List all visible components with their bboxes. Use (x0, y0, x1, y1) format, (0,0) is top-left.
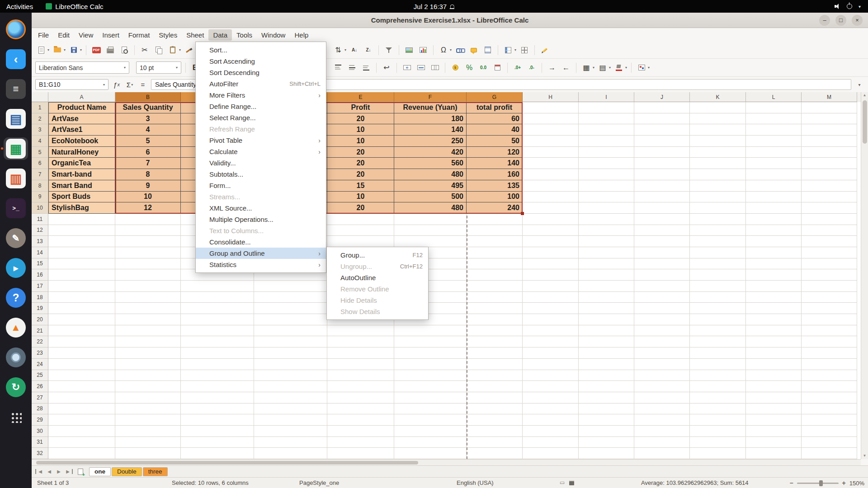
cell-B11[interactable] (115, 214, 181, 225)
menu-view[interactable]: View (74, 29, 98, 41)
cell-B19[interactable] (115, 303, 181, 314)
cell-H24[interactable] (523, 359, 579, 370)
cell-D25[interactable] (254, 370, 327, 381)
cell-G5[interactable]: 120 (467, 147, 523, 158)
cell-L11[interactable] (746, 214, 802, 225)
print-button[interactable] (104, 44, 116, 56)
cell-K12[interactable] (690, 225, 746, 236)
cell-B28[interactable] (115, 404, 181, 415)
cell-L5[interactable] (746, 147, 802, 158)
menu-item-calculate[interactable]: Calculate› (196, 146, 326, 157)
cell-F8[interactable]: 495 (394, 180, 467, 192)
cell-I15[interactable] (579, 258, 634, 270)
column-header-K[interactable]: K (690, 92, 746, 102)
cell-H15[interactable] (523, 258, 579, 270)
cell-K32[interactable] (690, 448, 746, 459)
row-header-24[interactable]: 24 (32, 359, 48, 370)
cell-E1[interactable]: Profit (327, 102, 394, 113)
format-percent-button[interactable]: % (463, 62, 475, 74)
cell-I21[interactable] (579, 325, 634, 337)
align-top-button[interactable] (332, 62, 344, 74)
cell-F28[interactable] (394, 404, 467, 415)
cell-A3[interactable]: ArtVase1 (48, 124, 115, 136)
zoom-slider[interactable] (797, 483, 839, 484)
cell-I10[interactable] (579, 202, 634, 214)
cell-C22[interactable] (181, 336, 254, 347)
dock-libreoffice-calc[interactable]: ▦ (4, 137, 28, 160)
cell-A10[interactable]: StylishBag (48, 202, 115, 214)
row-header-12[interactable]: 12 (32, 225, 48, 236)
cell-I16[interactable] (579, 269, 634, 281)
decrease-indent-button[interactable]: ← (560, 62, 572, 74)
menu-item-define-range[interactable]: Define Range... (196, 101, 326, 112)
cell-K15[interactable] (690, 258, 746, 270)
menu-item-sort[interactable]: Sort... (196, 44, 326, 56)
cell-M22[interactable] (802, 336, 857, 347)
border-style-button[interactable]: ▤▾ (597, 62, 611, 74)
cell-E29[interactable] (327, 414, 394, 426)
cell-A26[interactable] (48, 381, 115, 392)
cell-B17[interactable] (115, 281, 181, 292)
cell-B24[interactable] (115, 359, 181, 370)
zoom-slider-thumb[interactable] (819, 480, 823, 486)
cell-J1[interactable] (634, 102, 690, 113)
cell-B7[interactable]: 8 (115, 169, 181, 180)
cell-M4[interactable] (802, 136, 857, 147)
cell-D29[interactable] (254, 414, 327, 426)
cell-I24[interactable] (579, 359, 634, 370)
cell-L20[interactable] (746, 314, 802, 325)
cell-M3[interactable] (802, 124, 857, 136)
cell-L32[interactable] (746, 448, 802, 459)
menu-sheet[interactable]: Sheet (182, 29, 208, 41)
cell-G13[interactable] (467, 236, 523, 247)
cell-F31[interactable] (394, 437, 467, 448)
row-header-2[interactable]: 2 (32, 113, 48, 125)
cell-J19[interactable] (634, 303, 690, 314)
cell-H2[interactable] (523, 113, 579, 125)
cell-H17[interactable] (523, 281, 579, 292)
export-pdf-button[interactable]: PDF (90, 44, 102, 56)
cell-D20[interactable] (254, 314, 327, 325)
cell-B5[interactable]: 6 (115, 147, 181, 158)
cell-K11[interactable] (690, 214, 746, 225)
scroll-up-icon[interactable]: ▲ (861, 92, 868, 99)
freeze-rows-columns-button[interactable]: ▾ (502, 44, 516, 56)
cell-B14[interactable] (115, 247, 181, 258)
cell-E3[interactable]: 10 (327, 124, 394, 136)
dock-terminal[interactable]: >_ (4, 197, 28, 220)
cell-K18[interactable] (690, 292, 746, 303)
cell-K1[interactable] (690, 102, 746, 113)
cell-I2[interactable] (579, 113, 634, 125)
row-header-19[interactable]: 19 (32, 303, 48, 314)
cell-M19[interactable] (802, 303, 857, 314)
cell-D19[interactable] (254, 303, 327, 314)
cell-E2[interactable]: 20 (327, 113, 394, 125)
cell-D18[interactable] (254, 292, 327, 303)
cell-J31[interactable] (634, 437, 690, 448)
copy-button[interactable] (153, 44, 165, 56)
cell-A29[interactable] (48, 414, 115, 426)
cell-I11[interactable] (579, 214, 634, 225)
cell-G22[interactable] (467, 336, 523, 347)
cell-F4[interactable]: 250 (394, 136, 467, 147)
cell-I30[interactable] (579, 426, 634, 437)
menu-format[interactable]: Format (124, 29, 155, 41)
row-header-30[interactable]: 30 (32, 426, 48, 437)
cell-J20[interactable] (634, 314, 690, 325)
menu-edit[interactable]: Edit (53, 29, 74, 41)
font-name-combo[interactable]: Liberation Sans ▾ (35, 61, 129, 74)
cell-G16[interactable] (467, 269, 523, 281)
cell-H25[interactable] (523, 370, 579, 381)
cell-M25[interactable] (802, 370, 857, 381)
cell-E32[interactable] (327, 448, 394, 459)
cell-E11[interactable] (327, 214, 394, 225)
cell-H8[interactable] (523, 180, 579, 192)
cell-A1[interactable]: Product Name (48, 102, 115, 113)
dock-libreoffice-impress[interactable]: ▥ (4, 167, 28, 190)
selection-stats[interactable]: Average: 103.962962962963; Sum: 5614 (641, 479, 749, 486)
sort-descending-button[interactable]: Z↓ (363, 44, 374, 56)
cell-G12[interactable] (467, 225, 523, 236)
cell-B2[interactable]: 3 (115, 113, 181, 125)
cell-I29[interactable] (579, 414, 634, 426)
cell-F26[interactable] (394, 381, 467, 392)
